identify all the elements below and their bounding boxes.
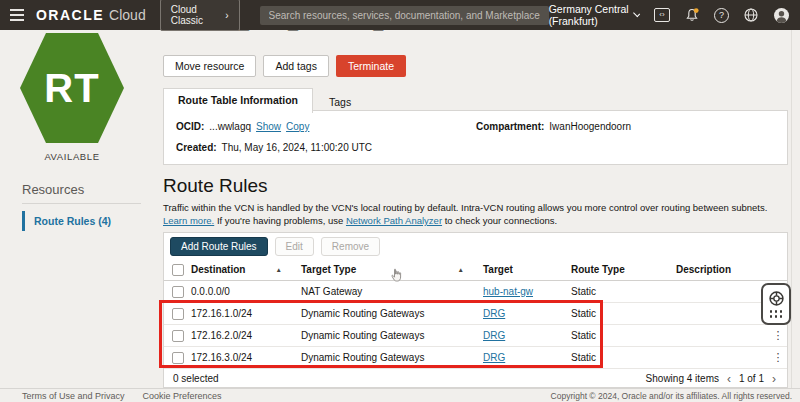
next-page-icon[interactable]: › xyxy=(770,372,778,386)
column-header-description[interactable]: Description xyxy=(669,264,769,275)
destination-cell: 172.16.1.0/24 xyxy=(184,308,294,319)
target-link[interactable]: DRG xyxy=(483,308,505,319)
route-type-cell: Static xyxy=(564,308,669,319)
chevron-down-icon xyxy=(633,10,640,17)
drag-handle-icon xyxy=(770,310,783,318)
add-route-rules-button[interactable]: Add Route Rules xyxy=(170,237,268,256)
prev-page-icon[interactable]: ‹ xyxy=(725,372,733,386)
compartment-label: Compartment: xyxy=(476,121,544,132)
showing-count: Showing 4 items xyxy=(646,373,719,384)
target-link[interactable]: DRG xyxy=(483,330,505,341)
oci-console-screen: ORACLE Cloud Cloud Classic › Germany Cen… xyxy=(0,0,800,402)
sort-asc-icon: ▲ xyxy=(458,266,476,273)
terminate-button[interactable]: Terminate xyxy=(336,55,406,77)
help-button[interactable]: ? xyxy=(714,8,729,23)
notification-dot xyxy=(694,8,699,13)
tab-route-table-information[interactable]: Route Table Information xyxy=(163,88,313,113)
learn-more-link[interactable]: Learn more. xyxy=(163,215,214,226)
status-badge: AVAILABLE xyxy=(0,151,144,162)
destination-cell: 172.16.3.0/24 xyxy=(184,352,294,363)
column-header-destination[interactable]: Destination ▲ xyxy=(184,264,294,275)
code-icon: ‹› xyxy=(654,8,670,22)
scrollbar-track[interactable] xyxy=(791,30,792,388)
table-header-row: Destination ▲ Target Type ▲ Target Route… xyxy=(164,259,787,281)
edit-button[interactable]: Edit xyxy=(275,237,314,256)
ocid-label: OCID: xyxy=(176,121,204,132)
page-indicator: 1 of 1 xyxy=(739,373,764,384)
language-button[interactable] xyxy=(743,7,759,23)
route-type-cell: Static xyxy=(564,330,669,341)
cookie-preferences-link[interactable]: Cookie Preferences xyxy=(143,391,222,401)
page-footer: Terms of Use and Privacy Cookie Preferen… xyxy=(0,388,800,402)
user-menu-button[interactable] xyxy=(773,7,790,24)
created-value: Thu, May 16, 2024, 11:00:20 UTC xyxy=(222,142,372,153)
target-type-cell: Dynamic Routing Gateways xyxy=(294,330,476,341)
compartment-value: IwanHoogendoorn xyxy=(549,121,631,132)
move-resource-button[interactable]: Move resource xyxy=(163,55,256,77)
support-widget[interactable] xyxy=(761,283,791,325)
badge-label: RT xyxy=(44,66,99,111)
select-all-checkbox[interactable] xyxy=(172,264,184,276)
row-actions-menu[interactable]: ⋮ xyxy=(769,351,787,364)
network-path-analyzer-link[interactable]: Network Path Analyzer xyxy=(346,215,442,226)
row-checkbox[interactable] xyxy=(172,330,184,342)
ocid-value: ...wwlagq xyxy=(209,121,251,132)
terms-link[interactable]: Terms of Use and Privacy xyxy=(22,391,125,401)
hamburger-menu-icon[interactable] xyxy=(10,9,24,21)
question-icon: ? xyxy=(714,8,729,23)
resource-type-badge: RT xyxy=(20,33,124,143)
ocid-show-link[interactable]: Show xyxy=(256,121,281,132)
row-checkbox[interactable] xyxy=(172,286,184,298)
region-selector[interactable]: Germany Central (Frankfurt) xyxy=(549,3,640,27)
route-type-cell: Static xyxy=(564,352,669,363)
lifebuoy-icon xyxy=(768,290,785,307)
table-row: 172.16.3.0/24 Dynamic Routing Gateways D… xyxy=(164,347,787,369)
target-link[interactable]: hub-nat-gw xyxy=(483,286,533,297)
add-tags-button[interactable]: Add tags xyxy=(263,55,328,77)
route-rules-heading: Route Rules xyxy=(163,175,268,197)
avatar-icon xyxy=(773,7,790,24)
column-header-route-type[interactable]: Route Type xyxy=(564,264,669,275)
destination-cell: 172.16.2.0/24 xyxy=(184,330,294,341)
ocid-copy-link[interactable]: Copy xyxy=(286,121,309,132)
remove-button[interactable]: Remove xyxy=(321,237,380,256)
route-rules-description: Traffic within the VCN is handled by the… xyxy=(163,202,785,228)
created-label: Created: xyxy=(176,142,217,153)
row-checkbox[interactable] xyxy=(172,308,184,320)
resources-heading: Resources xyxy=(22,182,84,197)
target-link[interactable]: DRG xyxy=(483,352,505,363)
top-navbar: ORACLE Cloud Cloud Classic › Germany Cen… xyxy=(0,0,800,30)
notifications-button[interactable] xyxy=(684,7,700,23)
row-checkbox[interactable] xyxy=(172,352,184,364)
globe-icon xyxy=(743,7,759,23)
column-header-target[interactable]: Target xyxy=(476,264,564,275)
table-row: 0.0.0.0/0 NAT Gateway hub-nat-gw Static … xyxy=(164,281,787,303)
row-actions-menu[interactable]: ⋮ xyxy=(769,329,787,342)
chevron-right-icon: › xyxy=(225,10,228,21)
route-type-cell: Static xyxy=(564,286,669,297)
target-type-cell: Dynamic Routing Gateways xyxy=(294,308,476,319)
sidebar-item-route-rules[interactable]: Route Rules (4) xyxy=(22,211,111,231)
sort-asc-icon: ▲ xyxy=(276,266,294,273)
destination-cell: 0.0.0.0/0 xyxy=(184,286,294,297)
table-row: 172.16.1.0/24 Dynamic Routing Gateways D… xyxy=(164,303,787,325)
target-type-cell: Dynamic Routing Gateways xyxy=(294,352,476,363)
selected-count: 0 selected xyxy=(173,373,219,384)
brand-oracle: ORACLE xyxy=(36,7,104,23)
bell-icon xyxy=(684,7,700,23)
divider xyxy=(22,203,141,204)
search-input[interactable] xyxy=(260,6,549,25)
copyright-text: Copyright © 2024, Oracle and/or its affi… xyxy=(551,391,800,401)
route-rules-table-card: Add Route Rules Edit Remove Destination … xyxy=(163,232,788,388)
table-row: 172.16.2.0/24 Dynamic Routing Gateways D… xyxy=(164,325,787,347)
target-type-cell: NAT Gateway xyxy=(294,286,476,297)
column-header-target-type[interactable]: Target Type ▲ xyxy=(294,264,476,275)
oracle-cloud-logo: ORACLE Cloud xyxy=(36,7,146,23)
tab-tags[interactable]: Tags xyxy=(313,91,367,113)
brand-cloud: Cloud xyxy=(109,7,146,23)
route-table-information-panel: OCID: ...wwlagq Show Copy Compartment: I… xyxy=(163,110,788,165)
dev-tools-button[interactable]: ‹› xyxy=(654,8,670,22)
cloud-classic-button[interactable]: Cloud Classic › xyxy=(160,0,240,31)
